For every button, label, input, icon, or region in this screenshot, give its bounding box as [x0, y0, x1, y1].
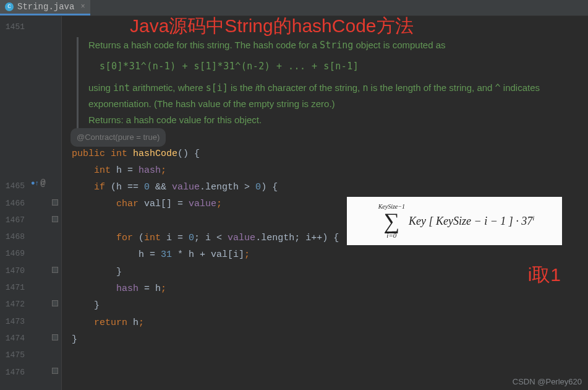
line-number: 1475 [0, 347, 25, 363]
doc-text: th character of the string, [257, 82, 362, 93]
sigma-lower: i=0 [386, 232, 396, 239]
fold-icon[interactable] [52, 300, 58, 306]
doc-code: s[i] [206, 82, 228, 93]
doc-text: is the length of the string, and [368, 82, 495, 93]
overlay-title: Java源码中String的hashCode方法 [130, 14, 414, 39]
class-icon: C [5, 2, 14, 11]
fold-icon[interactable] [52, 368, 58, 374]
doc-text: Returns a hash code for this string. The… [88, 40, 320, 50]
doc-returns-text: a hash code value for this object. [124, 115, 262, 125]
doc-text: arithmetic, where [130, 82, 206, 93]
fold-icon[interactable] [52, 334, 58, 340]
code-line: return h; [72, 314, 588, 331]
doc-code: String [320, 40, 353, 51]
watermark: CSDN @Perley620 [513, 377, 582, 386]
math-formula-image: KeySize−1 ∑ i=0 Key [ KeySize − i − 1 ] … [347, 197, 562, 245]
code-line: @Contract(pure = true) [72, 128, 588, 145]
doc-code: ^ [495, 82, 501, 93]
tab-label: String.java [17, 2, 74, 12]
formula-term: [ KeySize − i − 1 ] [429, 215, 513, 227]
fold-icon[interactable] [52, 267, 58, 273]
code-line: public int hashCode() { [72, 145, 588, 162]
line-number: 1469 [0, 245, 25, 262]
code-line: int h = hash; [72, 162, 588, 179]
line-number: 1467 [0, 212, 25, 228]
line-number: 1465 [0, 178, 25, 194]
doc-code: int [113, 82, 130, 93]
line-number: 1470 [0, 262, 25, 279]
code-line: hash = h; [72, 280, 588, 297]
code-line: h = 31 * h + val[i]; [72, 246, 588, 263]
fold-icon[interactable] [52, 199, 58, 206]
formula-term: · 37 [516, 215, 532, 227]
formula-sup: i [532, 214, 534, 222]
sigma-icon: ∑ [383, 210, 399, 232]
doc-returns-label: Returns: [88, 115, 124, 125]
doc-text: is the [228, 82, 255, 93]
line-number: 1473 [0, 313, 25, 330]
contract-badge: @Contract(pure = true) [70, 128, 166, 146]
override-icon[interactable]: ●↑ [31, 180, 39, 187]
fold-icon[interactable] [52, 216, 58, 222]
close-icon[interactable]: × [80, 2, 85, 11]
formula-term: Key [409, 215, 426, 227]
line-number: 1468 [0, 228, 25, 245]
line-number: 1474 [0, 330, 25, 347]
line-number: 1476 [0, 364, 25, 381]
gutter-marks: ●↑ @ [30, 16, 62, 390]
line-gutter: 1451 1465 1466 1467 1468 1469 1470 1471 … [0, 16, 30, 390]
code-line: if (h == 0 && value.length > 0) { [72, 179, 588, 196]
line-number: 1451 [0, 19, 25, 35]
doc-text: object is computed as [353, 40, 445, 50]
line-number: 1472 [0, 296, 25, 313]
code-line: } [72, 297, 588, 314]
file-tab[interactable]: C String.java × [0, 0, 90, 15]
doc-text: using [88, 82, 113, 93]
javadoc: Returns a hash code for this string. The… [77, 37, 588, 128]
code-line: } [72, 264, 588, 280]
code-line: } [72, 331, 588, 348]
line-number: 1471 [0, 279, 25, 296]
doc-formula: s[0]*31^(n-1) + s[1]*31^(n-2) + ... + s[… [88, 53, 588, 79]
overlay-annotation: i取1 [528, 262, 561, 288]
line-number: 1466 [0, 195, 25, 212]
annotation-icon[interactable]: @ [40, 178, 45, 188]
